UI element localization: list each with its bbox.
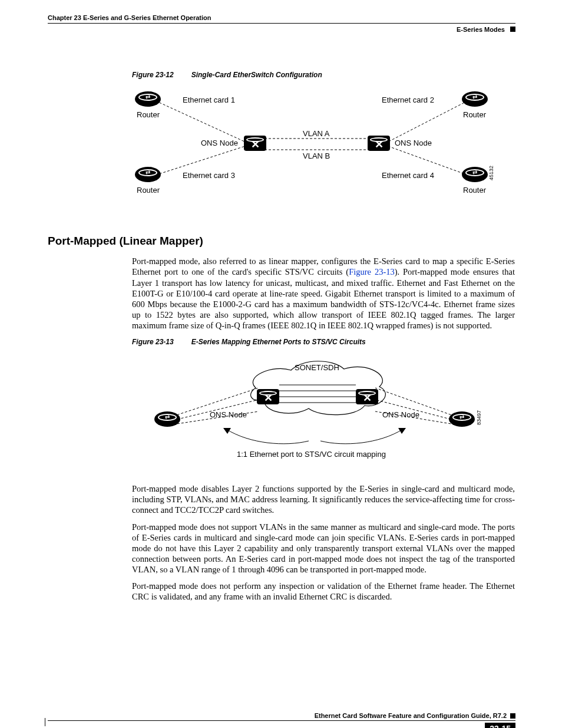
figure-13-num: Figure 23-13 bbox=[132, 338, 174, 346]
paragraph-3: Port-mapped mode does not support VLANs … bbox=[132, 522, 515, 575]
svg-line-1 bbox=[386, 101, 468, 143]
label-router: Router bbox=[137, 186, 160, 195]
label-ons: ONS Node bbox=[201, 139, 238, 148]
svg-line-0 bbox=[156, 101, 247, 143]
page-number: 23-15 bbox=[485, 723, 515, 728]
router-icon: ⇄ bbox=[135, 167, 161, 182]
figure-13-title: E-Series Mapping Ethernet Ports to STS/V… bbox=[191, 338, 366, 346]
figure-12-num: Figure 23-12 bbox=[132, 71, 174, 79]
body-paragraphs: Port-mapped mode disables Layer 2 functi… bbox=[132, 483, 515, 602]
label-ec1: Ethernet card 1 bbox=[183, 95, 235, 105]
router-icon: ⇄ bbox=[462, 91, 488, 107]
label-ec2: Ethernet card 2 bbox=[382, 95, 434, 105]
router-icon: ⇄ bbox=[449, 411, 475, 427]
figure-13-imgnum: 83497 bbox=[476, 410, 482, 425]
paragraph-4: Port-mapped mode does not perform any in… bbox=[132, 581, 515, 602]
label-router: Router bbox=[463, 110, 486, 120]
paragraph-1: Port-mapped mode, also referred to as li… bbox=[132, 256, 515, 331]
switch-icon: ✕ bbox=[356, 389, 378, 404]
section-header: E-Series Modes bbox=[48, 26, 515, 34]
router-icon: ⇄ bbox=[462, 167, 488, 182]
chapter-header: Chapter 23 E-Series and G-Series Etherne… bbox=[48, 14, 515, 24]
switch-icon: ✕ bbox=[368, 136, 390, 151]
router-icon: ⇄ bbox=[135, 91, 161, 107]
label-router: Router bbox=[463, 186, 486, 195]
label-sonet: SONET/SDH bbox=[295, 363, 339, 373]
label-ec3: Ethernet card 3 bbox=[183, 171, 235, 180]
figure-12-imgnum: 45132 bbox=[488, 166, 495, 180]
figure-12-title: Single-Card EtherSwitch Configuration bbox=[191, 71, 322, 79]
section-heading: Port-Mapped (Linear Mapper) bbox=[48, 234, 515, 248]
paragraph-2: Port-mapped mode disables Layer 2 functi… bbox=[132, 483, 515, 515]
footer-title: Ethernet Card Software Feature and Confi… bbox=[48, 712, 510, 720]
label-vlanb: VLAN B bbox=[303, 151, 330, 161]
figure-12-caption: Figure 23-12Single-Card EtherSwitch Conf… bbox=[132, 71, 515, 80]
label-vlana: VLAN A bbox=[303, 129, 330, 139]
figure-12-diagram: ⇄ ⇄ ⇄ ⇄ ✕ ✕ Router Router Router Router … bbox=[132, 87, 509, 205]
figure-13-diagram: ⇄ ⇄ ✕ ✕ SONET/SDH ONS Node ONS Node 1:1 … bbox=[132, 353, 509, 470]
header-marker-icon bbox=[510, 27, 515, 32]
switch-icon: ✕ bbox=[257, 389, 279, 404]
label-ons: ONS Node bbox=[395, 139, 432, 148]
figure-13-caption: Figure 23-13E-Series Mapping Ethernet Po… bbox=[132, 338, 515, 347]
label-router: Router bbox=[137, 110, 160, 120]
side-rule bbox=[45, 718, 45, 726]
label-ec4: Ethernet card 4 bbox=[382, 171, 434, 180]
section-header-text: E-Series Modes bbox=[457, 26, 505, 33]
page-footer: Ethernet Card Software Feature and Confi… bbox=[48, 712, 515, 723]
label-ons: ONS Node bbox=[382, 410, 419, 420]
footer-marker-icon bbox=[510, 713, 515, 719]
switch-icon: ✕ bbox=[244, 136, 266, 151]
router-icon: ⇄ bbox=[154, 411, 180, 427]
label-ons: ONS Node bbox=[210, 410, 247, 420]
label-mapping: 1:1 Ethernet port to STS/VC circuit mapp… bbox=[237, 450, 386, 459]
figure-13-link[interactable]: Figure 23-13 bbox=[349, 267, 395, 276]
